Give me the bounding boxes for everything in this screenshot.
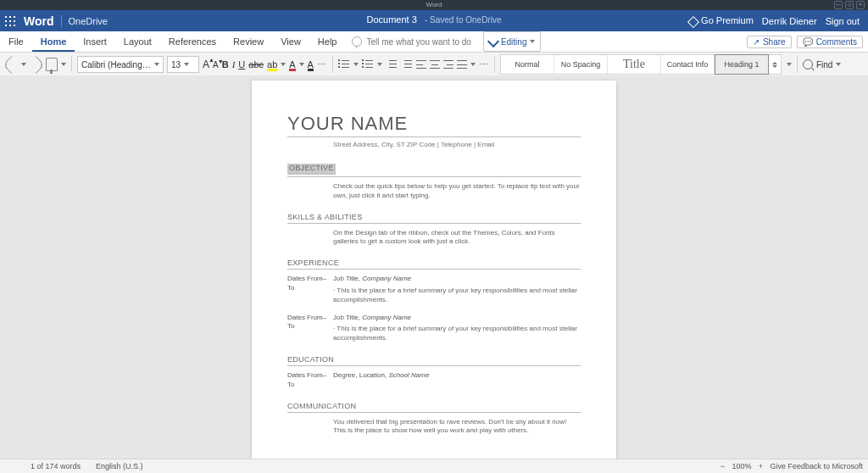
section-heading-experience[interactable]: EXPERIENCE [287, 259, 581, 270]
window-close-icon[interactable]: × [856, 1, 865, 9]
document-canvas[interactable]: YOUR NAME Street Address, City, ST ZIP C… [0, 75, 868, 459]
svg-rect-0 [5, 16, 7, 18]
save-status: - Saved to OneDrive [425, 15, 502, 25]
exp-dates-1[interactable]: Dates From–To [287, 314, 333, 343]
font-color-button[interactable]: A [289, 59, 295, 70]
style-title[interactable]: Title [608, 55, 661, 74]
header-separator [61, 15, 62, 27]
clear-formatting-button[interactable]: A [308, 59, 314, 70]
window-minimize-icon[interactable]: — [834, 1, 843, 9]
format-painter-button[interactable] [46, 58, 58, 71]
section-heading-skills[interactable]: SKILLS & ABILITIES [287, 213, 581, 224]
style-normal[interactable]: Normal [501, 55, 554, 74]
underline-button[interactable]: U [238, 59, 245, 70]
chevron-down-icon [184, 63, 189, 66]
user-name[interactable]: Derrik Diener [762, 16, 817, 26]
zoom-in-button[interactable]: + [756, 462, 765, 470]
redo-button[interactable] [27, 55, 45, 73]
search-icon [803, 59, 813, 70]
align-justify-button[interactable] [457, 60, 467, 69]
skills-body[interactable]: On the Design tab of the ribbon, check o… [333, 229, 581, 248]
align-right-button[interactable] [443, 60, 453, 69]
section-heading-objective[interactable]: OBJECTIVE [287, 164, 336, 175]
chevron-down-icon [836, 63, 841, 66]
style-contact-info[interactable]: Contact Info [661, 55, 715, 74]
tab-references[interactable]: References [160, 31, 225, 52]
italic-button[interactable]: I [232, 59, 236, 70]
undo-button[interactable] [3, 55, 20, 73]
align-left-button[interactable] [416, 60, 426, 69]
comment-icon: 💬 [803, 37, 813, 47]
more-paragraph-button[interactable]: ⋯ [479, 59, 489, 70]
chevron-down-icon [530, 40, 535, 43]
font-name-select[interactable]: Calibri (Heading… [77, 56, 164, 73]
svg-rect-3 [5, 20, 7, 22]
indent-button[interactable] [401, 59, 413, 70]
styles-gallery: Normal No Spacing Title Contact Info Hea… [500, 54, 782, 75]
numbered-list-button[interactable] [362, 59, 374, 70]
tab-view[interactable]: View [272, 31, 309, 52]
comments-button[interactable]: 💬Comments [797, 36, 863, 48]
clipboard-dropdown[interactable] [61, 63, 66, 66]
section-heading-education[interactable]: EDUCATION [287, 355, 581, 366]
zoom-out-button[interactable]: − [718, 462, 726, 470]
sign-out-link[interactable]: Sign out [826, 16, 860, 26]
tab-help[interactable]: Help [309, 31, 346, 52]
tab-file[interactable]: File [0, 31, 32, 52]
tab-insert[interactable]: Insert [75, 31, 115, 52]
feedback-link[interactable]: Give Feedback to Microsoft [770, 462, 863, 470]
exp-dates-0[interactable]: Dates From–To [287, 275, 333, 304]
outdent-button[interactable] [386, 59, 398, 70]
bullet-list-button[interactable] [338, 59, 350, 70]
page[interactable]: YOUR NAME Street Address, City, ST ZIP C… [252, 81, 616, 459]
ribbon-home: Calibri (Heading… 13 A▲ A▼ B I U abc ab … [0, 53, 868, 77]
more-font-button[interactable]: ⋯ [317, 59, 327, 70]
app-brand: Word [24, 14, 54, 28]
section-heading-communication[interactable]: COMMUNICATION [287, 402, 581, 413]
align-center-button[interactable] [430, 60, 440, 69]
tell-me-search[interactable]: Tell me what you want to do [352, 31, 470, 52]
storage-location[interactable]: OneDrive [69, 16, 108, 26]
word-count[interactable]: 1 of 174 words [31, 462, 81, 470]
strikethrough-button[interactable]: abc [248, 59, 264, 70]
window-maximize-icon[interactable]: ◇ [845, 1, 854, 9]
undo-dropdown[interactable] [21, 63, 26, 66]
svg-rect-7 [9, 25, 11, 26]
app-launcher-icon[interactable] [0, 11, 20, 31]
style-heading-1[interactable]: Heading 1 [715, 54, 769, 75]
grow-font-button[interactable]: A▲ [203, 58, 209, 70]
resume-address-field[interactable]: Street Address, City, ST ZIP Code | Tele… [333, 141, 581, 148]
tab-layout[interactable]: Layout [115, 31, 160, 52]
styles-more-button[interactable] [769, 55, 781, 74]
font-size-select[interactable]: 13 [167, 56, 199, 73]
styles-pane-dropdown[interactable] [787, 63, 792, 66]
document-name[interactable]: Document 3 [367, 14, 417, 25]
communication-body[interactable]: You delivered that big presentation to r… [333, 418, 581, 437]
svg-rect-5 [14, 20, 15, 22]
lightbulb-icon [352, 36, 362, 47]
zoom-level[interactable]: 100% [732, 462, 751, 470]
shrink-font-button[interactable]: A▼ [213, 60, 219, 70]
svg-rect-8 [14, 25, 15, 26]
chevron-down-icon [154, 63, 159, 66]
os-title-bar: Word — ◇ × [0, 0, 868, 10]
tab-review[interactable]: Review [225, 31, 272, 52]
svg-rect-1 [9, 16, 11, 18]
diamond-icon [687, 15, 699, 27]
ribbon-tabs: File Home Insert Layout References Revie… [0, 31, 868, 53]
edu-dates[interactable]: Dates From–To [287, 371, 333, 390]
resume-name-field[interactable]: YOUR NAME [287, 113, 581, 137]
svg-rect-6 [5, 25, 7, 26]
go-premium-button[interactable]: Go Premium [689, 15, 754, 25]
share-button[interactable]: ↗Share [747, 36, 792, 48]
highlight-color-button[interactable]: ab [267, 59, 277, 70]
status-bar: 1 of 174 words English (U.S.) − 100% + G… [0, 459, 868, 473]
app-header: Word OneDrive Document 3 - Saved to OneD… [0, 10, 868, 31]
language-status[interactable]: English (U.S.) [96, 462, 143, 470]
objective-body[interactable]: Check out the quick tips below to help y… [333, 182, 581, 201]
editing-mode-dropdown[interactable]: Editing [483, 31, 542, 52]
style-no-spacing[interactable]: No Spacing [554, 55, 608, 74]
find-button[interactable]: Find [803, 59, 841, 70]
tab-home[interactable]: Home [32, 31, 75, 52]
share-icon: ↗ [753, 37, 760, 47]
